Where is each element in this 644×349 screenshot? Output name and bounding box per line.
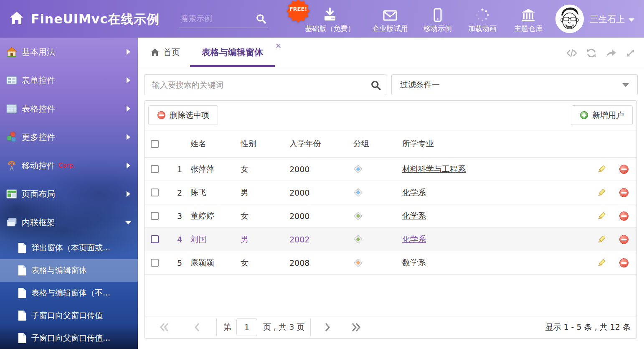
nav-loading-anim[interactable]: 加载动画 <box>463 5 502 33</box>
sidebar-item-page-layout[interactable]: 页面布局 <box>0 180 138 208</box>
sidebar-subitem-label: 表格与编辑窗体（不... <box>31 288 110 298</box>
sidebar-subitem-label: 弹出窗体（本页面或... <box>31 242 110 253</box>
table-row[interactable]: 5 康颖颖 女 2008 数学系 <box>145 251 636 275</box>
chevron-right-icon <box>127 77 130 83</box>
select-all-checkbox[interactable] <box>151 140 159 148</box>
sidebar-subitem-grid-edit-window-2[interactable]: 表格与编辑窗体（不... <box>0 282 138 304</box>
filter-dropdown[interactable]: 过滤条件一 <box>391 74 638 95</box>
windows-icon <box>6 217 18 228</box>
edit-button[interactable] <box>591 165 611 174</box>
chevron-right-icon <box>127 191 130 197</box>
pencil-icon <box>597 165 606 174</box>
mail-icon <box>367 5 413 22</box>
sidebar-subitem-grid-edit-window[interactable]: 表格与编辑窗体 <box>0 259 138 282</box>
add-user-button[interactable]: 新增用户 <box>571 105 633 125</box>
keyword-search-input[interactable] <box>144 74 386 95</box>
sidebar-item-label: 移动控件 <box>22 160 55 171</box>
first-page-button[interactable] <box>160 323 169 331</box>
chevron-right-icon <box>127 134 130 140</box>
sidebar-item-basic-usage[interactable]: 基本用法 <box>0 38 138 66</box>
row-checkbox[interactable] <box>151 259 159 267</box>
delete-button[interactable] <box>611 211 636 221</box>
avatar[interactable] <box>555 5 584 33</box>
refresh-icon[interactable] <box>586 47 597 59</box>
delete-selected-button[interactable]: 删除选中项 <box>148 105 218 125</box>
last-page-button[interactable] <box>352 323 361 331</box>
sidebar-item-more-controls[interactable]: 更多控件 <box>0 123 138 151</box>
edit-button[interactable] <box>591 235 611 244</box>
sidebar-subitem-popup-window[interactable]: 弹出窗体（本页面或... <box>0 237 138 259</box>
major-link[interactable]: 化学系 <box>402 188 426 197</box>
tag-icon <box>353 211 363 221</box>
user-menu[interactable]: 三生石上 <box>590 13 634 25</box>
cell-year: 2000 <box>281 165 345 174</box>
delete-button[interactable] <box>611 234 636 245</box>
chevron-right-icon <box>127 49 130 55</box>
nav-theme-repo[interactable]: 主题仓库 <box>509 5 548 33</box>
sidebar-item-form-controls[interactable]: 表单控件 <box>0 66 138 94</box>
table-row[interactable]: 1 张萍萍 女 2000 材料科学与工程系 <box>145 158 636 181</box>
cell-gender: 女 <box>232 257 281 268</box>
nav-basic-free[interactable]: 基础版（免费） <box>301 5 359 33</box>
top-header: FineUIMvc在线示例 FREE! 基础版（免费） <box>0 0 644 38</box>
cell-name: 刘国 <box>182 234 232 245</box>
nav-enterprise-trial[interactable]: 企业版试用 <box>367 5 413 33</box>
nav-mobile-label: 移动示例 <box>418 24 457 33</box>
home-logo-icon[interactable] <box>9 11 24 25</box>
major-link[interactable]: 材料科学与工程系 <box>402 164 466 173</box>
next-page-button[interactable] <box>325 323 331 331</box>
table-header: 姓名 性别 入学年份 分组 所学专业 <box>145 130 636 158</box>
expand-icon[interactable] <box>625 47 636 59</box>
sidebar-item-label: 基本用法 <box>22 46 55 58</box>
code-icon[interactable] <box>566 47 578 59</box>
col-name: 姓名 <box>182 138 232 149</box>
sidebar-item-mobile-controls[interactable]: 移动控件 Corp. <box>0 151 138 180</box>
home-icon <box>6 46 18 58</box>
sidebar-subitem-child-to-parent[interactable]: 子窗口向父窗口传值 <box>0 304 138 327</box>
table-row-selected[interactable]: 4 刘国 男 2002 化学系 <box>145 228 636 251</box>
corp-badge: Corp. <box>58 162 75 169</box>
minus-circle-icon <box>619 234 629 245</box>
edit-button[interactable] <box>591 211 611 221</box>
tab-home[interactable]: 首页 <box>150 38 180 67</box>
row-checkbox[interactable] <box>151 189 159 196</box>
header-search-icon[interactable] <box>256 13 266 24</box>
close-icon[interactable]: × <box>275 42 281 49</box>
search-icon[interactable] <box>370 80 381 91</box>
tab-toolbar <box>566 47 636 59</box>
row-checkbox[interactable] <box>151 212 159 220</box>
table-row[interactable]: 3 董婷婷 女 2000 化学系 <box>145 204 636 228</box>
sidebar-item-grid-controls[interactable]: 表格控件 <box>0 94 138 123</box>
bank-icon <box>509 5 548 22</box>
page-number-input[interactable] <box>236 318 257 336</box>
major-link[interactable]: 数学系 <box>402 258 426 267</box>
share-icon[interactable] <box>605 47 617 59</box>
col-group: 分组 <box>345 138 394 149</box>
row-index: 3 <box>165 211 182 221</box>
page-label-suffix: 页 , 共 3 页 <box>263 322 304 333</box>
main-content: 首页 表格与编辑窗体 × <box>138 38 644 349</box>
app-screen: FineUIMvc在线示例 FREE! 基础版（免费） <box>0 0 644 349</box>
row-index: 1 <box>165 165 182 174</box>
edit-button[interactable] <box>591 188 611 197</box>
cell-name: 康颖颖 <box>182 257 232 268</box>
major-link[interactable]: 化学系 <box>402 211 426 220</box>
cell-gender: 女 <box>232 211 281 222</box>
header-search-input[interactable] <box>180 13 248 23</box>
delete-button[interactable] <box>611 164 636 174</box>
row-checkbox[interactable] <box>151 165 159 173</box>
delete-button[interactable] <box>611 258 636 268</box>
col-year: 入学年份 <box>281 138 345 149</box>
row-checkbox[interactable] <box>151 235 159 243</box>
sidebar-item-iframe[interactable]: 内联框架 <box>0 208 138 237</box>
prev-page-button[interactable] <box>194 323 200 331</box>
major-link[interactable]: 化学系 <box>402 234 426 244</box>
edit-button[interactable] <box>591 258 611 267</box>
col-gender: 性别 <box>232 138 281 149</box>
delete-button[interactable] <box>611 188 636 198</box>
table-row[interactable]: 2 陈飞 男 2000 化学系 <box>145 181 636 204</box>
sidebar-subitem-child-to-parent-2[interactable]: 子窗口向父窗口传值... <box>0 327 138 349</box>
nav-theme-label: 主题仓库 <box>509 24 548 33</box>
nav-mobile-demo[interactable]: 移动示例 <box>418 5 457 33</box>
tab-grid-edit-window[interactable]: 表格与编辑窗体 × <box>190 38 275 67</box>
